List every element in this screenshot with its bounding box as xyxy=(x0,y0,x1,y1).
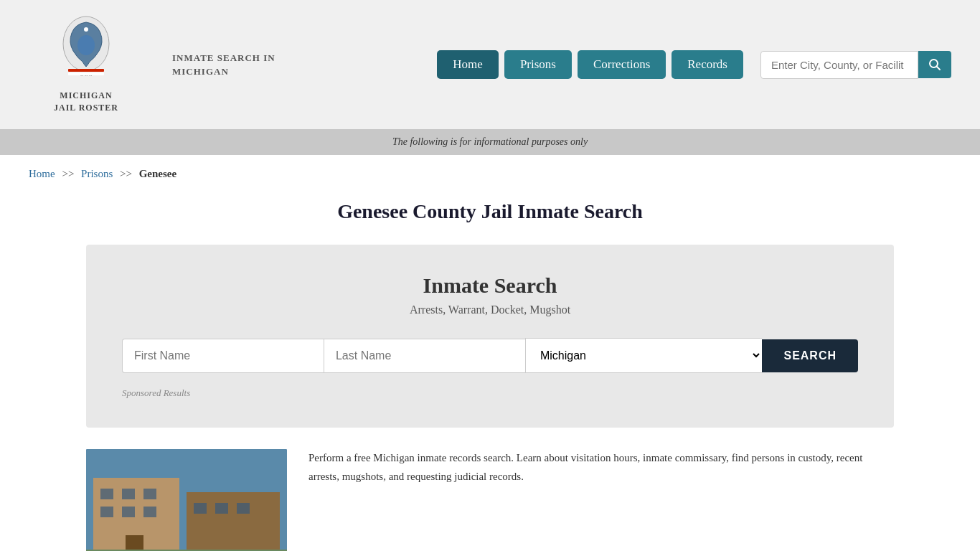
breadcrumb-current: Genesee xyxy=(139,168,176,179)
search-form: MichiganAlabamaAlaskaArizonaArkansasCali… xyxy=(122,338,858,373)
logo-text: MICHIGAN JAIL ROSTER xyxy=(54,90,118,114)
svg-rect-20 xyxy=(126,535,143,550)
sponsored-label: Sponsored Results xyxy=(122,387,858,399)
svg-rect-15 xyxy=(122,507,135,517)
nav-records[interactable]: Records xyxy=(672,50,743,79)
svg-rect-16 xyxy=(143,507,156,517)
breadcrumb-home[interactable]: Home xyxy=(29,168,55,179)
site-title: INMATE SEARCH IN MICHIGAN xyxy=(172,51,275,79)
site-logo-icon: ★★★ xyxy=(57,15,115,87)
main-nav: Home Prisons Corrections Records xyxy=(437,50,951,79)
breadcrumb-sep-1: >> xyxy=(62,168,74,179)
search-button[interactable]: SEARCH xyxy=(762,339,858,372)
svg-point-2 xyxy=(84,27,88,32)
bottom-description: Perform a free Michigan inmate records s… xyxy=(308,449,894,486)
svg-rect-4 xyxy=(68,69,104,72)
bottom-section: Perform a free Michigan inmate records s… xyxy=(0,428,980,551)
svg-rect-19 xyxy=(237,503,250,514)
jail-building-illustration xyxy=(86,449,287,551)
last-name-input[interactable] xyxy=(324,339,525,373)
svg-point-1 xyxy=(77,35,95,55)
svg-rect-11 xyxy=(100,489,113,499)
breadcrumb: Home >> Prisons >> Genesee xyxy=(0,155,980,193)
logo-area: ★★★ MICHIGAN JAIL ROSTER xyxy=(29,15,143,114)
breadcrumb-prisons[interactable]: Prisons xyxy=(81,168,113,179)
jail-image xyxy=(86,449,287,551)
header-search-button[interactable] xyxy=(918,51,951,78)
nav-home[interactable]: Home xyxy=(437,50,499,79)
svg-rect-17 xyxy=(194,503,207,514)
header-search-input[interactable] xyxy=(760,51,918,79)
info-bar: The following is for informational purpo… xyxy=(0,129,980,155)
page-title: Genesee County Jail Inmate Search xyxy=(0,200,980,223)
breadcrumb-sep-2: >> xyxy=(120,168,132,179)
search-icon xyxy=(928,58,941,71)
svg-rect-13 xyxy=(143,489,156,499)
state-select[interactable]: MichiganAlabamaAlaskaArizonaArkansasCali… xyxy=(525,338,763,373)
inmate-search-section: Inmate Search Arrests, Warrant, Docket, … xyxy=(86,245,894,428)
first-name-input[interactable] xyxy=(122,339,324,373)
inmate-search-title: Inmate Search xyxy=(122,273,858,298)
svg-rect-18 xyxy=(215,503,228,514)
svg-rect-14 xyxy=(100,507,113,517)
nav-prisons[interactable]: Prisons xyxy=(504,50,572,79)
svg-line-7 xyxy=(937,67,941,70)
header-search-bar xyxy=(760,51,951,79)
svg-rect-10 xyxy=(187,492,280,550)
svg-rect-12 xyxy=(122,489,135,499)
svg-rect-5 xyxy=(68,72,104,75)
inmate-search-subtitle: Arrests, Warrant, Docket, Mugshot xyxy=(122,303,858,316)
site-header: ★★★ MICHIGAN JAIL ROSTER INMATE SEARCH I… xyxy=(0,0,980,129)
nav-corrections[interactable]: Corrections xyxy=(578,50,666,79)
